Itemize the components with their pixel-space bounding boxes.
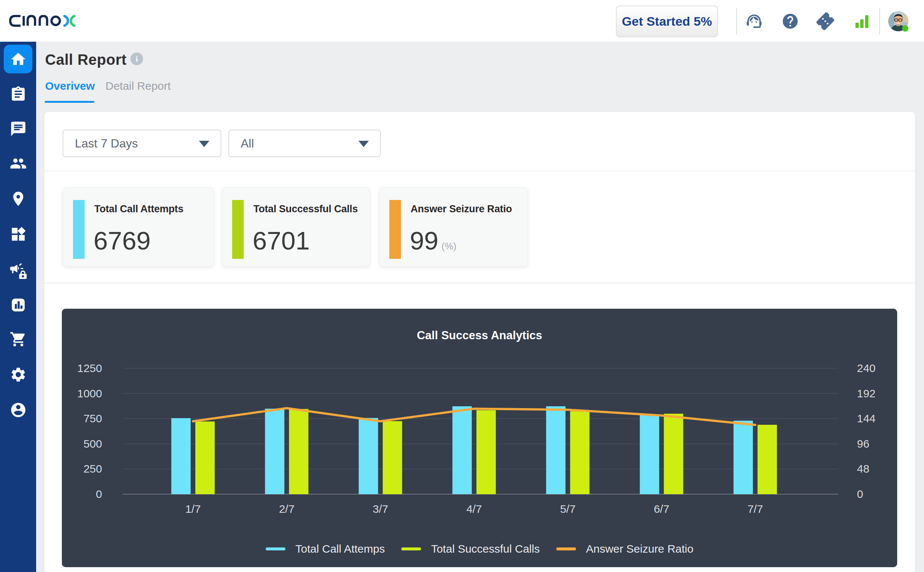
legend-swatch-lime xyxy=(401,547,421,550)
chart-plot-area: 002504850096750144100019212502401/72/73/… xyxy=(62,309,897,567)
x-axis-label-4/7: 4/7 xyxy=(467,503,482,515)
right-axis-label-0: 0 xyxy=(857,488,863,500)
account-circle-icon xyxy=(10,401,27,418)
logo-letter-o xyxy=(51,17,60,25)
page-title: Call Report xyxy=(45,51,127,68)
gear-icon xyxy=(10,366,27,383)
sidebar-item-widgets[interactable] xyxy=(4,220,33,249)
x-axis-label-1/7: 1/7 xyxy=(185,503,201,515)
sidebar-item-settings[interactable] xyxy=(4,360,33,389)
stat-value: 6701 xyxy=(253,226,310,255)
location-pin-icon xyxy=(10,190,27,207)
stat-card-total-successful-calls: Total Successful Calls 6701 xyxy=(222,187,370,267)
x-axis-label-2/7: 2/7 xyxy=(279,503,295,515)
bar-total-successful-calls-7/7 xyxy=(758,425,777,494)
sidebar-item-tasks[interactable] xyxy=(4,80,33,108)
logo-letter-n xyxy=(28,16,35,26)
stat-value: 6769 xyxy=(93,226,151,255)
right-axis-label-48: 48 xyxy=(857,463,869,475)
sidebar-item-contacts[interactable] xyxy=(4,149,33,178)
logo-x-green-arc xyxy=(71,16,74,26)
stat-accent-bar xyxy=(73,200,85,259)
left-axis-label-0: 0 xyxy=(96,488,102,500)
stat-label: Total Call Attempts xyxy=(94,203,183,215)
chat-icon xyxy=(10,120,27,137)
left-axis-label-1250: 1250 xyxy=(77,362,102,374)
legend-item-answer-seizure-ratio[interactable]: Answer Seizure Ratio xyxy=(556,542,693,555)
sidebar-item-store[interactable] xyxy=(4,325,33,353)
sidebar-item-chat[interactable] xyxy=(4,114,33,143)
stat-label: Total Successful Calls xyxy=(254,203,358,215)
topbar-divider-1 xyxy=(736,8,737,34)
chart-legend: Total Call Attemps Total Successful Call… xyxy=(62,542,897,555)
call-success-analytics-chart: Call Success Analytics 00250485009675014… xyxy=(62,309,897,567)
right-axis-label-144: 144 xyxy=(857,412,876,424)
left-axis-label-500: 500 xyxy=(84,438,102,450)
bar-total-call-attemps-5/7 xyxy=(546,406,566,494)
signal-bars-icon[interactable] xyxy=(853,12,871,30)
clipboard-icon xyxy=(10,85,27,103)
sidebar-item-location[interactable] xyxy=(4,184,33,213)
x-axis-label-5/7: 5/7 xyxy=(560,503,576,515)
tab-overview[interactable]: Overivew xyxy=(45,80,95,92)
left-axis-label-750: 750 xyxy=(84,412,102,424)
bar-total-successful-calls-6/7 xyxy=(664,414,683,494)
presence-status-dot xyxy=(902,25,908,32)
cinnox-logo[interactable] xyxy=(9,15,76,27)
x-axis-label-7/7: 7/7 xyxy=(747,503,763,515)
date-range-value: Last 7 Days xyxy=(75,137,138,150)
info-icon[interactable]: i xyxy=(131,53,143,65)
bar-total-call-attemps-6/7 xyxy=(640,415,659,494)
logo-letter-c xyxy=(10,16,20,26)
right-axis-label-192: 192 xyxy=(857,387,876,399)
stat-label: Answer Seizure Ratio xyxy=(411,203,512,215)
date-range-dropdown[interactable]: Last 7 Days xyxy=(62,130,221,157)
chevron-down-icon xyxy=(199,141,209,147)
stat-value-text: 6701 xyxy=(253,226,310,255)
stat-value-text: 6769 xyxy=(93,226,151,255)
bar-total-successful-calls-5/7 xyxy=(570,411,590,494)
get-started-button[interactable]: Get Started 5% xyxy=(616,6,718,37)
scope-dropdown[interactable]: All xyxy=(229,130,381,157)
bar-total-successful-calls-4/7 xyxy=(476,410,496,494)
sidebar-nav xyxy=(0,42,36,572)
legend-label: Total Successful Calls xyxy=(431,542,540,555)
support-agent-icon[interactable] xyxy=(745,12,763,30)
bar-total-call-attemps-1/7 xyxy=(171,418,191,494)
tab-detail-report[interactable]: Detail Report xyxy=(106,80,171,92)
logo-x-blue-arc xyxy=(64,16,68,26)
logo-letter-n2 xyxy=(40,16,47,26)
bar-chart-icon xyxy=(10,297,27,314)
legend-item-total-call-attemps[interactable]: Total Call Attemps xyxy=(266,542,385,555)
x-axis-label-3/7: 3/7 xyxy=(373,503,388,515)
stat-card-answer-seizure-ratio: Answer Seizure Ratio 99(%) xyxy=(379,187,528,267)
legend-swatch-orange xyxy=(556,547,576,550)
home-icon xyxy=(10,51,27,68)
widgets-icon xyxy=(10,226,27,243)
divider-filters xyxy=(44,171,915,171)
bar-total-successful-calls-1/7 xyxy=(195,421,215,494)
stat-value-suffix: (%) xyxy=(442,241,456,252)
legend-swatch-cyan xyxy=(266,547,285,550)
sidebar-item-campaign[interactable] xyxy=(4,256,33,284)
divider-stats xyxy=(44,283,915,283)
legend-item-total-successful-calls[interactable]: Total Successful Calls xyxy=(401,542,540,555)
stat-card-total-call-attempts: Total Call Attempts 6769 xyxy=(62,187,214,267)
topbar-divider-2 xyxy=(879,8,880,34)
user-avatar[interactable] xyxy=(888,11,908,31)
bar-total-call-attemps-2/7 xyxy=(265,409,284,494)
stat-value: 99(%) xyxy=(410,226,456,255)
bar-total-call-attemps-7/7 xyxy=(734,421,753,494)
sidebar-item-account[interactable] xyxy=(4,395,33,424)
stat-accent-bar xyxy=(389,200,401,259)
help-icon[interactable] xyxy=(781,12,799,30)
ticket-icon[interactable] xyxy=(816,12,834,30)
chevron-down-icon xyxy=(358,141,369,147)
scope-value: All xyxy=(241,137,254,150)
sidebar-item-home[interactable] xyxy=(4,45,33,73)
right-axis-label-240: 240 xyxy=(857,362,876,374)
legend-label: Answer Seizure Ratio xyxy=(586,542,693,555)
bar-total-successful-calls-2/7 xyxy=(289,409,308,494)
shopping-cart-icon xyxy=(10,331,27,348)
sidebar-item-analytics[interactable] xyxy=(4,291,33,319)
